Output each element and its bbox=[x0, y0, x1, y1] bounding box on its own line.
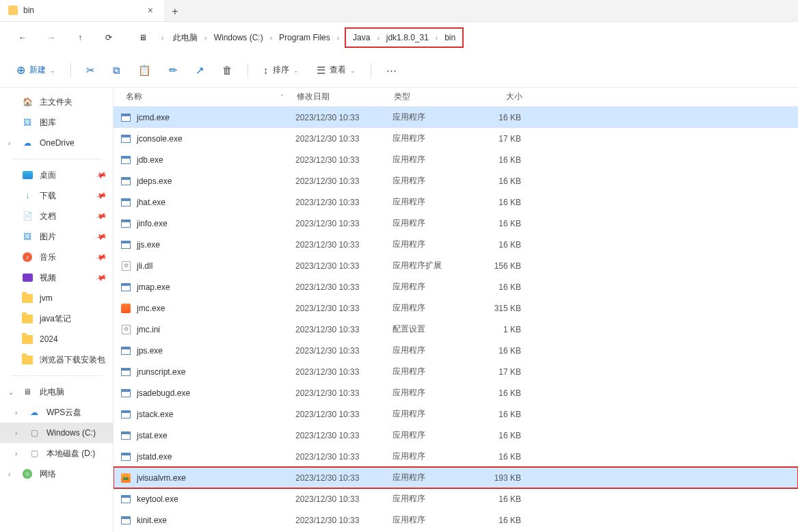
sidebar-item[interactable]: java笔记 bbox=[0, 308, 113, 329]
file-date: 2023/12/30 10:33 bbox=[295, 325, 393, 334]
table-row[interactable]: jsadebugd.exe2023/12/30 10:33应用程序16 KB bbox=[114, 382, 798, 403]
table-row[interactable]: jstatd.exe2023/12/30 10:33应用程序16 KB bbox=[114, 446, 798, 467]
back-button[interactable]: ← bbox=[10, 27, 36, 48]
delete-button[interactable]: 🗑 bbox=[215, 59, 239, 81]
breadcrumb-item[interactable]: 此电脑 bbox=[169, 30, 202, 45]
table-row[interactable]: jcmd.exe2023/12/30 10:33应用程序16 KB bbox=[114, 107, 798, 128]
share-button[interactable]: ↗ bbox=[189, 59, 211, 81]
column-size[interactable]: 大小 bbox=[475, 91, 529, 103]
file-date: 2023/12/30 10:33 bbox=[295, 410, 393, 419]
table-row[interactable]: keytool.exe2023/12/30 10:33应用程序16 KB bbox=[114, 488, 798, 509]
file-type: 应用程序 bbox=[393, 514, 473, 526]
breadcrumb-item[interactable]: Java bbox=[349, 30, 374, 45]
sidebar-item[interactable]: 浏览器下载安装包 bbox=[0, 349, 113, 370]
column-date[interactable]: 修改日期 bbox=[297, 91, 394, 103]
file-type: 应用程序 bbox=[393, 387, 473, 399]
sidebar-item[interactable]: ›网络 bbox=[0, 464, 113, 484]
table-row[interactable]: jrunscript.exe2023/12/30 10:33应用程序17 KB bbox=[114, 361, 798, 382]
chevron-down-icon: ⌄ bbox=[293, 67, 299, 74]
expand-icon[interactable]: › bbox=[8, 139, 10, 147]
down-icon: ↓ bbox=[22, 190, 33, 201]
file-size: 193 KB bbox=[473, 473, 528, 483]
table-row[interactable]: jdeps.exe2023/12/30 10:33应用程序16 KB bbox=[114, 170, 798, 191]
breadcrumb-item[interactable]: Windows (C:) bbox=[210, 30, 267, 45]
table-row[interactable]: jstack.exe2023/12/30 10:33应用程序16 KB bbox=[114, 403, 798, 425]
pc-icon[interactable]: 🖥 bbox=[130, 27, 156, 48]
expand-icon[interactable]: › bbox=[15, 429, 17, 437]
tab-active[interactable]: bin × bbox=[0, 0, 164, 21]
sidebar-item-label: 下载 bbox=[40, 190, 56, 202]
new-button[interactable]: ⊕新建⌄ bbox=[10, 59, 62, 81]
more-button[interactable]: ⋯ bbox=[380, 59, 403, 81]
folder-icon bbox=[22, 354, 33, 365]
tab-bar: bin × + bbox=[0, 0, 798, 22]
sidebar-item[interactable]: 2024 bbox=[0, 329, 113, 349]
table-row[interactable]: kinit.exe2023/12/30 10:33应用程序16 KB bbox=[114, 509, 798, 531]
sidebar-item[interactable]: ›▢Windows (C:) bbox=[0, 423, 113, 443]
pin-icon: 📌 bbox=[95, 169, 108, 181]
copy-button[interactable]: ⧉ bbox=[106, 59, 127, 81]
sidebar-item[interactable]: 视频📌 bbox=[0, 267, 113, 288]
jvm-icon bbox=[120, 473, 131, 483]
file-name: jdb.exe bbox=[137, 155, 295, 165]
sidebar-item[interactable]: 桌面📌 bbox=[0, 165, 113, 185]
sidebar-item[interactable]: ⌄🖥此电脑 bbox=[0, 382, 113, 402]
table-row[interactable]: jinfo.exe2023/12/30 10:33应用程序16 KB bbox=[114, 213, 798, 234]
close-tab-button[interactable]: × bbox=[145, 5, 156, 16]
pin-icon: 📌 bbox=[95, 210, 108, 222]
chevron-right-icon: › bbox=[433, 34, 440, 42]
pics-icon: 🖼 bbox=[22, 117, 33, 128]
table-row[interactable]: jmc.exe2023/12/30 10:33应用程序315 KB bbox=[114, 297, 798, 319]
new-tab-button[interactable]: + bbox=[164, 2, 186, 21]
view-button[interactable]: ☰查看⌄ bbox=[310, 59, 362, 81]
table-row[interactable]: jli.dll2023/12/30 10:33应用程序扩展156 KB bbox=[114, 255, 798, 276]
expand-icon[interactable]: › bbox=[8, 470, 10, 478]
column-type[interactable]: 类型 bbox=[394, 91, 475, 103]
pin-icon: 📌 bbox=[95, 271, 108, 284]
forward-button[interactable]: → bbox=[38, 27, 64, 48]
chevron-right-icon: › bbox=[202, 34, 209, 42]
table-row[interactable]: jmap.exe2023/12/30 10:33应用程序16 KB bbox=[114, 276, 798, 297]
chevron-right-icon: › bbox=[267, 34, 275, 42]
breadcrumb-item[interactable]: jdk1.8.0_31 bbox=[382, 30, 433, 45]
file-size: 16 KB bbox=[473, 431, 528, 440]
sidebar-item[interactable]: ›▢本地磁盘 (D:) bbox=[0, 443, 113, 464]
wps-icon: ☁ bbox=[29, 407, 40, 418]
file-date: 2023/12/30 10:33 bbox=[295, 176, 393, 186]
sidebar-item[interactable]: 📄文档📌 bbox=[0, 206, 113, 226]
refresh-button[interactable]: ⟳ bbox=[96, 27, 122, 48]
table-row[interactable]: jhat.exe2023/12/30 10:33应用程序16 KB bbox=[114, 191, 798, 213]
cut-button[interactable]: ✂ bbox=[79, 59, 102, 81]
file-type: 应用程序 bbox=[393, 493, 473, 505]
sidebar-item[interactable]: 🏠主文件夹 bbox=[0, 92, 113, 112]
expand-icon[interactable]: › bbox=[15, 450, 17, 457]
table-row[interactable]: jdb.exe2023/12/30 10:33应用程序16 KB bbox=[114, 149, 798, 170]
up-button[interactable]: ↑ bbox=[67, 27, 93, 48]
pc-icon: 🖥 bbox=[22, 386, 33, 397]
sidebar-item[interactable]: 🖼图库 bbox=[0, 112, 113, 133]
sidebar-item[interactable]: ›☁WPS云盘 bbox=[0, 402, 113, 423]
file-name: jstack.exe bbox=[137, 410, 295, 419]
table-row[interactable]: jvisualvm.exe2023/12/30 10:33应用程序193 KB bbox=[114, 467, 798, 488]
breadcrumb-item[interactable]: bin bbox=[440, 30, 460, 45]
breadcrumb-item[interactable]: Program Files bbox=[275, 30, 334, 45]
table-row[interactable]: jstat.exe2023/12/30 10:33应用程序16 KB bbox=[114, 425, 798, 446]
exe-icon bbox=[120, 494, 131, 505]
expand-icon[interactable]: › bbox=[15, 409, 17, 416]
sidebar-item[interactable]: jvm bbox=[0, 288, 113, 308]
column-name[interactable]: 名称ˆ bbox=[120, 91, 297, 103]
table-row[interactable]: jconsole.exe2023/12/30 10:33应用程序17 KB bbox=[114, 128, 798, 149]
table-row[interactable]: jmc.ini2023/12/30 10:33配置设置1 KB bbox=[114, 319, 798, 340]
sidebar-item[interactable]: ↓下载📌 bbox=[0, 185, 113, 206]
ini-icon bbox=[120, 324, 131, 335]
sidebar-item-label: 网络 bbox=[40, 468, 56, 480]
collapse-icon[interactable]: ⌄ bbox=[8, 388, 14, 396]
sort-button[interactable]: ↕排序⌄ bbox=[256, 59, 306, 81]
sidebar-item[interactable]: 🖼图片📌 bbox=[0, 226, 113, 247]
paste-button[interactable]: 📋 bbox=[131, 59, 158, 81]
table-row[interactable]: jjs.exe2023/12/30 10:33应用程序16 KB bbox=[114, 234, 798, 255]
rename-button[interactable]: ✏ bbox=[162, 59, 185, 81]
table-row[interactable]: jps.exe2023/12/30 10:33应用程序16 KB bbox=[114, 340, 798, 361]
sidebar-item[interactable]: ›☁OneDrive bbox=[0, 133, 113, 153]
sidebar-item[interactable]: ♪音乐📌 bbox=[0, 247, 113, 267]
